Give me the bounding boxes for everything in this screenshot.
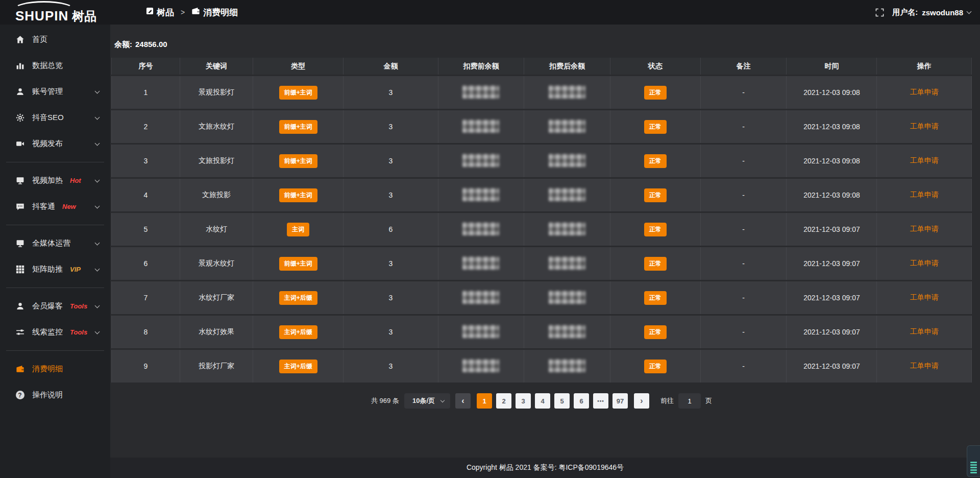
work-order-link[interactable]: 工单申请 [910, 327, 939, 336]
cell-action: 工单申请 [877, 350, 972, 383]
cell-time: 2021-12-03 09:07 [787, 281, 877, 314]
cell-keyword: 景观水纹灯 [180, 247, 253, 280]
page-size-select[interactable]: 10条/页 [404, 393, 450, 409]
cell-balance-before [438, 316, 525, 348]
page-button-97[interactable]: 97 [612, 393, 628, 409]
cell-status: 正常 [610, 110, 701, 143]
page-button-5[interactable]: 5 [554, 393, 570, 409]
page-size-value: 10条/页 [412, 396, 435, 405]
cell-amount: 3 [344, 179, 438, 211]
cell-keyword: 水纹灯厂家 [180, 281, 253, 314]
cell-balance-before [438, 110, 525, 143]
work-order-link[interactable]: 工单申请 [910, 293, 939, 301]
sidebar-item-all-media[interactable]: 全媒体运营 [0, 230, 110, 256]
chat-widget[interactable] [967, 445, 980, 477]
goto-page-input[interactable] [678, 393, 701, 409]
masked-value [549, 188, 585, 201]
breadcrumb-item-shupin[interactable]: 树品 [146, 7, 174, 18]
status-badge: 正常 [644, 154, 667, 168]
question-icon: ? [15, 391, 24, 399]
status-badge: 正常 [644, 188, 667, 202]
chevron-down-icon [95, 329, 100, 334]
cell-remark: - [701, 350, 787, 383]
panel-icon [146, 7, 154, 17]
widget-bar [970, 467, 977, 468]
sidebar-item-data-overview[interactable]: 数据总览 [0, 53, 110, 79]
masked-value [549, 256, 585, 270]
sidebar-item-doukuotong[interactable]: 抖客通New [0, 194, 110, 220]
pagination-ellipsis[interactable]: ••• [593, 393, 608, 409]
sidebar-item-label: 账号管理 [32, 87, 63, 97]
sidebar-item-matrix-boost[interactable]: 矩阵助推VIP [0, 256, 110, 282]
table-row: 9投影灯厂家主词+后缀3正常-2021-12-03 09:07工单申请 [111, 350, 972, 383]
chevron-down-icon [95, 177, 100, 182]
breadcrumb-item-consume-detail[interactable]: 消费明细 [191, 7, 238, 18]
work-order-link[interactable]: 工单申请 [910, 156, 939, 164]
copyright-text: Copyright 树品 2021 备案号: 粤ICP备09019646号 [467, 463, 624, 472]
work-order-link[interactable]: 工单申请 [910, 259, 939, 267]
sidebar-item-consume-detail[interactable]: 消费明细 [0, 356, 110, 382]
sliders-icon [15, 328, 24, 337]
display-icon [15, 176, 24, 185]
page-button-1[interactable]: 1 [477, 393, 492, 409]
cell-balance-after [524, 350, 610, 383]
cell-balance-before [438, 213, 525, 246]
page-button-6[interactable]: 6 [574, 393, 589, 409]
status-badge: 正常 [644, 86, 667, 100]
sidebar-item-label: 矩阵助推 [32, 265, 63, 274]
page-button-4[interactable]: 4 [535, 393, 550, 409]
video-icon [15, 139, 24, 148]
work-order-link[interactable]: 工单申请 [910, 122, 939, 130]
cell-balance-before [438, 281, 525, 314]
column-header: 金额 [344, 58, 438, 75]
table-row: 4文旅投影前缀+主词3正常-2021-12-03 09:08工单申请 [111, 179, 972, 211]
column-header: 扣费后余额 [524, 58, 610, 75]
pagination: 共 969 条 10条/页 ‹ 123456•••97 › 前往 页 [111, 393, 972, 409]
work-order-link[interactable]: 工单申请 [910, 190, 939, 199]
work-order-link[interactable]: 工单申请 [910, 362, 939, 370]
page-button-2[interactable]: 2 [496, 393, 511, 409]
chevron-down-icon [95, 88, 100, 93]
cell-no: 7 [111, 281, 180, 314]
cell-remark: - [701, 145, 787, 177]
breadcrumb-label: 消费明细 [203, 7, 238, 18]
sidebar-item-label: 消费明细 [32, 364, 63, 374]
pagination-prev-button[interactable]: ‹ [455, 393, 471, 409]
app-logo: SHUPIN 树品 [0, 0, 110, 25]
sidebar-item-label: 线索监控 [32, 327, 63, 337]
cell-time: 2021-12-03 09:08 [787, 179, 877, 211]
user-dropdown[interactable]: 用户名: zswodun88 [892, 8, 971, 17]
cell-time: 2021-12-03 09:07 [787, 213, 877, 246]
status-badge: 正常 [644, 223, 667, 236]
breadcrumb-label: 树品 [157, 7, 174, 18]
sidebar-item-douyin-seo[interactable]: 抖音SEO [0, 105, 110, 131]
cell-balance-after [524, 110, 610, 143]
column-header: 状态 [610, 58, 701, 75]
sidebar-item-home[interactable]: 首页 [0, 27, 110, 53]
sidebar-item-account-manage[interactable]: 账号管理 [0, 79, 110, 105]
logo-text-cn: 树品 [72, 10, 96, 22]
page-button-3[interactable]: 3 [516, 393, 531, 409]
work-order-link[interactable]: 工单申请 [910, 225, 939, 233]
comment-icon [15, 202, 24, 211]
work-order-link[interactable]: 工单申请 [910, 88, 939, 96]
fullscreen-icon[interactable] [875, 8, 884, 17]
table-body: 1景观投影灯前缀+主词3正常-2021-12-03 09:08工单申请2文旅水纹… [111, 76, 972, 383]
sidebar-item-operation-guide[interactable]: ?操作说明 [0, 382, 110, 408]
cell-balance-before [438, 247, 525, 280]
table-header-row: 序号关键词类型金额扣费前余额扣费后余额状态备注时间操作 [111, 58, 972, 75]
chart-icon [15, 61, 24, 70]
sidebar-item-video-heat[interactable]: 视频加热Hot [0, 168, 110, 194]
sidebar-item-clue-monitor[interactable]: 线索监控Tools [0, 319, 110, 345]
status-badge: 正常 [644, 120, 667, 134]
pagination-total: 共 969 条 [371, 396, 399, 405]
column-header: 扣费前余额 [438, 58, 525, 75]
sidebar-item-video-publish[interactable]: 视频发布 [0, 131, 110, 157]
username-label: 用户名: [892, 8, 918, 17]
pagination-next-button[interactable]: › [634, 393, 649, 409]
sidebar-item-member-baoke[interactable]: 会员爆客Tools [0, 293, 110, 319]
chevron-down-icon [95, 140, 100, 146]
column-header: 操作 [877, 58, 972, 75]
chevron-down-icon [967, 9, 972, 14]
sidebar-divider [6, 288, 104, 288]
